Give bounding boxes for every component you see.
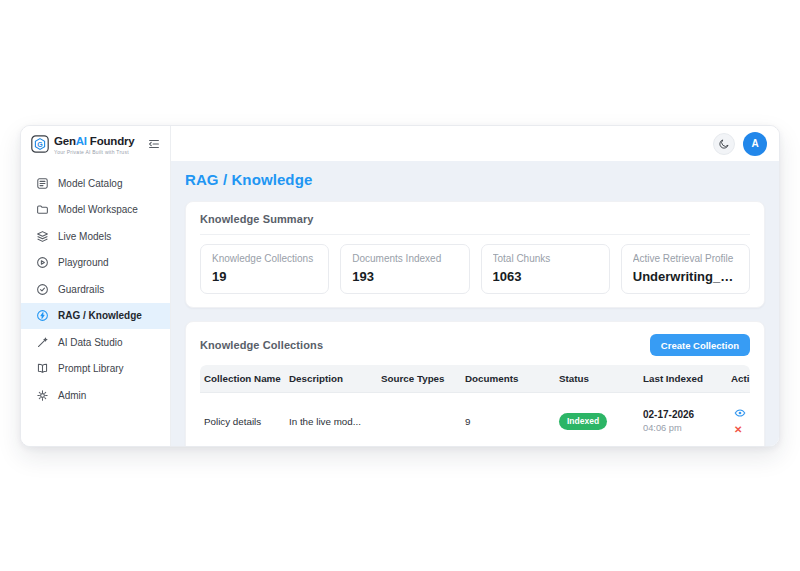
sidebar-item-model-workspace[interactable]: Model Workspace — [21, 197, 170, 224]
x-icon: ✕ — [734, 424, 742, 435]
summary-panel-title: Knowledge Summary — [200, 213, 750, 225]
sidebar: G GenAI Foundry Your Private AI Built wi… — [21, 126, 171, 446]
cell-collection-name: Policy details — [200, 416, 285, 427]
sidebar-item-guardrails[interactable]: Guardrails — [21, 276, 170, 303]
sidebar-item-label: Playground — [58, 257, 109, 268]
wand-icon — [36, 336, 49, 349]
moon-icon — [718, 138, 730, 150]
main-area: A RAG / Knowledge Knowledge Summary Know… — [171, 126, 779, 446]
knowledge-collections-panel: Knowledge Collections Create Collection … — [185, 321, 765, 446]
summary-card-active-retrieval-profile: Active Retrieval Profile Underwriting_RA… — [621, 244, 750, 294]
card-value: 19 — [212, 269, 317, 284]
column-header-source-types: Source Types — [377, 365, 461, 392]
column-header-last-indexed: Last Indexed — [639, 365, 727, 392]
column-header-description: Description — [285, 365, 377, 392]
brand-text: GenAI Foundry Your Private AI Built with… — [54, 132, 134, 155]
sidebar-item-label: RAG / Knowledge — [58, 310, 142, 321]
column-header-status: Status — [555, 365, 639, 392]
sidebar-item-label: Model Catalog — [58, 178, 122, 189]
card-value: Underwriting_RAG_... — [633, 269, 738, 284]
sidebar-item-prompt-library[interactable]: Prompt Library — [21, 356, 170, 383]
collections-panel-title: Knowledge Collections — [200, 339, 323, 351]
collections-table: Collection Name Description Source Types… — [200, 365, 750, 446]
cell-status: Indexed — [555, 413, 639, 430]
sidebar-item-label: Guardrails — [58, 284, 104, 295]
sidebar-item-label: Live Models — [58, 231, 111, 242]
gear-icon — [36, 389, 49, 402]
card-label: Knowledge Collections — [212, 253, 317, 264]
sidebar-item-live-models[interactable]: Live Models — [21, 223, 170, 250]
shield-check-icon — [36, 283, 49, 296]
sidebar-item-label: Admin — [58, 390, 86, 401]
column-header-documents: Documents — [461, 365, 555, 392]
avatar-letter: A — [751, 138, 758, 149]
card-label: Active Retrieval Profile — [633, 253, 738, 264]
page-title: RAG / Knowledge — [185, 171, 765, 188]
brand-tagline: Your Private AI Built with Trust — [54, 150, 134, 155]
view-row-button[interactable] — [734, 407, 746, 419]
sidebar-item-model-catalog[interactable]: Model Catalog — [21, 170, 170, 197]
summary-card-total-chunks: Total Chunks 1063 — [481, 244, 610, 294]
collections-header: Knowledge Collections Create Collection — [200, 334, 750, 356]
card-value: 193 — [352, 269, 457, 284]
table-row: Policy details In the live mod... 9 Inde… — [200, 393, 750, 446]
layers-icon — [36, 230, 49, 243]
cell-last-indexed: 02-17-2026 04:06 pm — [639, 409, 727, 433]
app-window: G GenAI Foundry Your Private AI Built wi… — [20, 125, 780, 447]
sidebar-item-playground[interactable]: Playground — [21, 250, 170, 277]
card-label: Total Chunks — [493, 253, 598, 264]
sidebar-item-rag-knowledge[interactable]: RAG / Knowledge — [21, 303, 170, 330]
brand-header: G GenAI Foundry Your Private AI Built wi… — [21, 126, 170, 161]
theme-toggle-button[interactable] — [713, 133, 735, 155]
brand-name: GenAI Foundry — [54, 135, 134, 147]
card-value: 1063 — [493, 269, 598, 284]
sidebar-item-admin[interactable]: Admin — [21, 382, 170, 409]
status-badge: Indexed — [559, 413, 607, 430]
sidebar-item-label: Model Workspace — [58, 204, 138, 215]
last-indexed-date: 02-17-2026 — [643, 409, 727, 420]
folder-icon — [36, 203, 49, 216]
sidebar-item-ai-data-studio[interactable]: AI Data Studio — [21, 329, 170, 356]
svg-text:G: G — [37, 140, 43, 147]
user-avatar[interactable]: A — [743, 132, 767, 156]
sidebar-nav: Model Catalog Model Workspace Live Model… — [21, 170, 170, 409]
catalog-icon — [36, 177, 49, 190]
sidebar-item-label: AI Data Studio — [58, 337, 122, 348]
cell-documents: 9 — [461, 416, 555, 427]
content-area: RAG / Knowledge Knowledge Summary Knowle… — [171, 161, 779, 446]
sidebar-item-label: Prompt Library — [58, 363, 124, 374]
knowledge-summary-panel: Knowledge Summary Knowledge Collections … — [185, 201, 765, 308]
create-collection-button[interactable]: Create Collection — [650, 334, 750, 356]
column-header-collection-name: Collection Name — [200, 365, 285, 392]
summary-cards: Knowledge Collections 19 Documents Index… — [200, 244, 750, 294]
brand-logo-icon: G — [31, 135, 49, 153]
play-circle-icon — [36, 256, 49, 269]
summary-divider — [200, 234, 750, 235]
delete-row-button[interactable]: ✕ — [734, 425, 742, 435]
zap-circle-icon — [36, 309, 49, 322]
table-header-row: Collection Name Description Source Types… — [200, 365, 750, 393]
eye-icon — [734, 407, 746, 419]
cell-actions: ✕ — [727, 407, 750, 435]
book-icon — [36, 362, 49, 375]
summary-card-documents-indexed: Documents Indexed 193 — [340, 244, 469, 294]
last-indexed-time: 04:06 pm — [643, 423, 727, 433]
cell-description: In the live mod... — [285, 416, 377, 427]
column-header-actions: Acti — [727, 365, 750, 392]
summary-card-knowledge-collections: Knowledge Collections 19 — [200, 244, 329, 294]
collapse-sidebar-icon[interactable] — [147, 137, 161, 151]
top-bar: A — [171, 126, 779, 161]
card-label: Documents Indexed — [352, 253, 457, 264]
